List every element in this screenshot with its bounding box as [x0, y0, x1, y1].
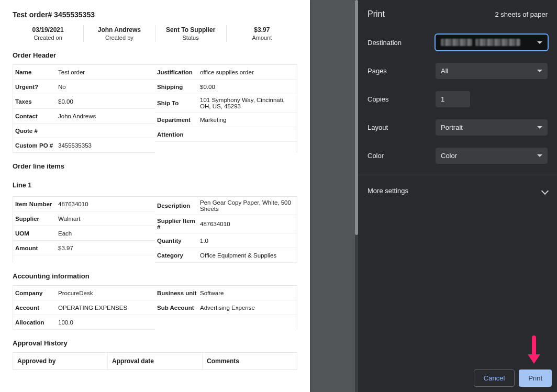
field-value: Software: [200, 290, 297, 296]
field-label: Account: [13, 305, 58, 311]
order-header-table: NameTest orderUrgent?NoTaxes$0.00Contact…: [13, 64, 297, 153]
field-label: Taxes: [13, 98, 58, 105]
field-value: ProcureDesk: [58, 290, 155, 296]
title-order-number: 3455535353: [54, 10, 95, 19]
field-label: Sub Account: [155, 305, 200, 311]
table-row: DepartmentMarketing: [155, 113, 297, 127]
layout-select[interactable]: Portrait: [436, 119, 548, 136]
field-value: $0.00: [58, 98, 155, 105]
row-destination: Destination: [367, 28, 548, 57]
field-value: 3455535353: [58, 142, 155, 149]
field-label: Amount: [13, 245, 58, 251]
field-label: Name: [13, 69, 58, 75]
summary-value: Sent To Supplier: [155, 26, 226, 33]
accounting-table: CompanyProcureDeskAccountOPERATING EXPEN…: [13, 285, 297, 330]
field-label: Custom PO #: [13, 142, 58, 149]
field-label: Ship To: [155, 100, 200, 106]
table-row: AccountOPERATING EXPENSES: [13, 300, 155, 315]
dialog-header: Print 2 sheets of paper: [358, 0, 557, 24]
destination-redacted-icon: [441, 39, 472, 46]
summary-row: 03/19/2021Created onJohn AndrewsCreated …: [13, 25, 297, 42]
copies-input[interactable]: [436, 91, 470, 107]
more-settings-toggle[interactable]: More settings: [358, 175, 557, 206]
approval-headers-row: Approved byApproval dateComments: [13, 352, 297, 370]
layout-label: Layout: [367, 124, 436, 131]
destination-select[interactable]: [436, 35, 548, 50]
table-row: Quantity1.0: [155, 233, 297, 248]
destination-label: Destination: [367, 39, 436, 47]
field-value: office supplies order: [200, 69, 297, 75]
dialog-title: Print: [367, 9, 385, 19]
field-label: Urgent?: [13, 84, 58, 90]
approval-header-cell: Approved by: [13, 353, 108, 369]
table-row: CompanyProcureDesk: [13, 286, 155, 300]
field-value: Walmart: [58, 216, 155, 222]
field-label: Item Number: [13, 201, 58, 207]
field-label: Department: [155, 117, 200, 123]
field-value: 100.0: [58, 319, 155, 326]
line-items-title: Order line items: [13, 162, 297, 170]
field-label: Attention: [155, 131, 200, 138]
field-label: Quantity: [155, 238, 200, 244]
table-row: Allocation100.0: [13, 315, 155, 330]
field-value: 1.0: [200, 238, 297, 244]
pages-value: All: [441, 67, 448, 75]
table-row: Business unitSoftware: [155, 286, 297, 300]
summary-value: $3.97: [227, 26, 297, 33]
table-row: Amount$3.97: [13, 241, 155, 255]
field-value: 101 Symphony Way, Cincinnati, OH, US, 45…: [200, 97, 297, 109]
field-label: UOM: [13, 230, 58, 237]
table-row: Custom PO #3455535353: [13, 138, 155, 153]
print-button[interactable]: Print: [519, 369, 552, 387]
row-color: Color Color: [367, 141, 548, 170]
chevron-down-icon: [541, 187, 549, 194]
title-prefix: Test order#: [13, 10, 52, 19]
table-row: Shipping$0.00: [155, 80, 297, 94]
line-1-table: Item Number487634010SupplierWalmartUOMEa…: [13, 196, 297, 263]
field-value: Advertising Expense: [200, 305, 297, 311]
dialog-footer: Cancel Print: [358, 364, 557, 392]
field-label: Quote #: [13, 128, 58, 134]
field-value: Test order: [58, 69, 155, 75]
field-value: Marketing: [200, 117, 297, 123]
field-label: Business unit: [155, 290, 200, 296]
accounting-title: Accounting information: [13, 272, 297, 280]
field-label: Contact: [13, 113, 58, 119]
cancel-button[interactable]: Cancel: [474, 369, 515, 387]
row-copies: Copies: [367, 85, 548, 113]
pages-select[interactable]: All: [436, 63, 548, 79]
field-label: Supplier: [13, 216, 58, 222]
summary-cell: John AndrewsCreated by: [84, 25, 155, 42]
field-label: Justification: [155, 69, 200, 75]
summary-label: Status: [155, 35, 226, 41]
chevron-down-icon: [537, 126, 542, 129]
chevron-down-icon: [537, 41, 542, 44]
pages-label: Pages: [367, 67, 436, 75]
table-row: DescriptionPen Gear Copy Paper, White, 5…: [155, 197, 297, 215]
field-value: $3.97: [58, 245, 155, 251]
field-label: Supplier Item #: [155, 218, 200, 230]
field-label: Category: [155, 252, 200, 259]
field-label: Allocation: [13, 319, 58, 326]
table-row: ContactJohn Andrews: [13, 109, 155, 124]
preview-scroll-area[interactable]: Test order# 3455535353 03/19/2021Created…: [0, 0, 355, 392]
field-value: 487634010: [58, 201, 155, 207]
copies-label: Copies: [367, 95, 436, 103]
approval-header-cell: Approval date: [108, 353, 203, 369]
dialog-body: Destination Pages All: [358, 24, 557, 170]
color-value: Color: [441, 152, 457, 160]
table-row: Sub AccountAdvertising Expense: [155, 300, 297, 315]
table-row: UOMEach: [13, 226, 155, 241]
color-label: Color: [367, 152, 436, 160]
table-row: Justificationoffice supplies order: [155, 65, 297, 80]
table-row: Taxes$0.00: [13, 94, 155, 109]
field-value: 487634010: [200, 221, 297, 227]
field-value: Office Equipment & Supplies: [200, 252, 297, 259]
summary-label: Created by: [84, 35, 154, 41]
field-value: No: [58, 84, 155, 90]
page-title: Test order# 3455535353: [13, 10, 297, 19]
annotation-arrow-icon: [528, 335, 540, 367]
color-select[interactable]: Color: [436, 148, 548, 164]
destination-redacted-text: [475, 39, 520, 46]
chevron-down-icon: [537, 70, 542, 72]
